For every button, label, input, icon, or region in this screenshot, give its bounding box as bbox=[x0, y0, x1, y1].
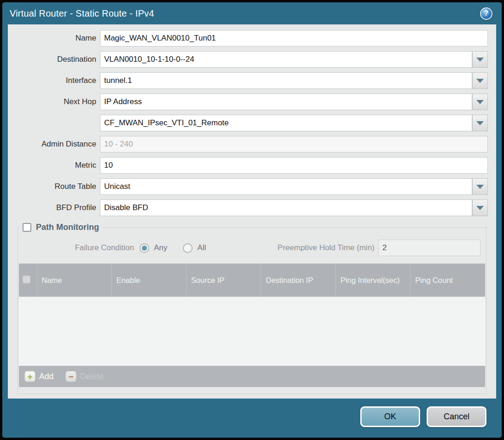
radio-dot bbox=[185, 246, 190, 251]
add-button-label: Add bbox=[39, 372, 53, 381]
next-hop-address-input[interactable] bbox=[100, 115, 472, 131]
help-icon[interactable]: ? bbox=[480, 7, 492, 20]
destination-row: Destination bbox=[8, 51, 488, 68]
preemptive-hold-label: Preemptive Hold Time (min) bbox=[277, 243, 375, 252]
delete-button[interactable]: − Delete bbox=[65, 371, 104, 382]
empty-table-body bbox=[19, 297, 485, 366]
select-all-header-cell bbox=[19, 264, 37, 297]
chevron-down-icon bbox=[476, 121, 484, 125]
bfd-profile-input[interactable] bbox=[100, 199, 472, 216]
destination-label: Destination bbox=[8, 55, 96, 64]
static-route-dialog: Virtual Router - Static Route - IPv4 ? N… bbox=[2, 2, 502, 438]
dialog-footer: OK Cancel bbox=[2, 399, 502, 438]
route-table-dropdown-button[interactable] bbox=[472, 178, 488, 195]
plus-icon: + bbox=[24, 371, 35, 382]
metric-label: Metric bbox=[8, 161, 96, 170]
column-header-ping-count[interactable]: Ping Count bbox=[410, 264, 485, 297]
column-header-ping-interval[interactable]: Ping Interval(sec) bbox=[336, 264, 410, 297]
name-label: Name bbox=[8, 34, 96, 43]
screenshot-frame: Virtual Router - Static Route - IPv4 ? N… bbox=[0, 0, 504, 440]
failure-condition-all-label: All bbox=[197, 243, 206, 252]
path-monitoring-title: Path Monitoring bbox=[36, 223, 99, 232]
static-route-form: Name Destination Interface Next Hop bbox=[8, 24, 496, 216]
interface-label: Interface bbox=[8, 76, 96, 85]
failure-condition-any-radio[interactable] bbox=[140, 243, 149, 253]
next-hop-type-dropdown-button[interactable] bbox=[472, 94, 488, 110]
table-header-row: Name Enable Source IP Destination IP Pin… bbox=[19, 264, 485, 297]
dialog-title: Virtual Router - Static Route - IPv4 bbox=[10, 8, 154, 19]
bfd-profile-row: BFD Profile bbox=[8, 199, 488, 216]
next-hop-type-input[interactable] bbox=[100, 94, 472, 110]
path-monitoring-table: Name Enable Source IP Destination IP Pin… bbox=[19, 264, 485, 366]
path-monitoring-section: Path Monitoring Failure Condition Any Al… bbox=[18, 223, 486, 394]
admin-distance-label: Admin Distance bbox=[8, 140, 96, 149]
column-header-enable[interactable]: Enable bbox=[111, 264, 186, 297]
chevron-down-icon bbox=[476, 100, 484, 104]
destination-dropdown-button[interactable] bbox=[472, 51, 488, 68]
preemptive-hold-input[interactable] bbox=[378, 240, 481, 256]
admin-distance-input[interactable] bbox=[100, 136, 488, 153]
metric-row: Metric bbox=[8, 157, 488, 174]
path-monitoring-legend: Path Monitoring bbox=[19, 223, 102, 232]
bfd-profile-label: BFD Profile bbox=[8, 203, 96, 212]
failure-condition-all-radio[interactable] bbox=[183, 243, 193, 253]
interface-row: Interface bbox=[8, 72, 488, 89]
route-table-label: Route Table bbox=[8, 182, 96, 191]
interface-input[interactable] bbox=[100, 72, 472, 89]
bfd-profile-dropdown-button[interactable] bbox=[472, 199, 488, 216]
failure-condition-label: Failure Condition bbox=[19, 243, 134, 252]
path-monitoring-checkbox[interactable] bbox=[23, 223, 31, 232]
cancel-button[interactable]: Cancel bbox=[427, 406, 486, 427]
destination-input[interactable] bbox=[100, 51, 472, 68]
ok-button[interactable]: OK bbox=[360, 406, 420, 427]
chevron-down-icon bbox=[476, 206, 484, 210]
chevron-down-icon bbox=[476, 185, 484, 189]
path-monitoring-controls: Failure Condition Any All Preemptive Hol… bbox=[19, 240, 485, 256]
name-input[interactable] bbox=[100, 30, 488, 47]
next-hop-address-row bbox=[8, 115, 488, 131]
metric-input[interactable] bbox=[100, 157, 488, 174]
name-row: Name bbox=[8, 30, 488, 47]
dialog-body: Name Destination Interface Next Hop bbox=[8, 24, 496, 399]
interface-dropdown-button[interactable] bbox=[472, 72, 488, 89]
next-hop-row: Next Hop bbox=[8, 94, 488, 110]
next-hop-label: Next Hop bbox=[8, 97, 96, 106]
column-header-destination-ip[interactable]: Destination IP bbox=[261, 264, 335, 297]
next-hop-address-dropdown-button[interactable] bbox=[472, 115, 488, 131]
delete-button-label: Delete bbox=[80, 372, 104, 381]
dialog-titlebar: Virtual Router - Static Route - IPv4 ? bbox=[2, 2, 502, 24]
column-header-source-ip[interactable]: Source IP bbox=[186, 264, 261, 297]
add-button[interactable]: + Add bbox=[24, 371, 53, 382]
chevron-down-icon bbox=[476, 79, 484, 83]
table-action-bar: + Add − Delete bbox=[19, 366, 485, 387]
route-table-input[interactable] bbox=[100, 178, 472, 195]
radio-dot bbox=[142, 246, 147, 251]
failure-condition-any-label: Any bbox=[154, 243, 167, 252]
admin-distance-row: Admin Distance bbox=[8, 136, 488, 153]
column-header-name[interactable]: Name bbox=[37, 264, 111, 297]
empty-table-area bbox=[19, 297, 485, 366]
chevron-down-icon bbox=[476, 58, 484, 62]
select-all-checkbox[interactable] bbox=[23, 276, 30, 283]
route-table-row: Route Table bbox=[8, 178, 488, 195]
minus-icon: − bbox=[65, 371, 76, 382]
